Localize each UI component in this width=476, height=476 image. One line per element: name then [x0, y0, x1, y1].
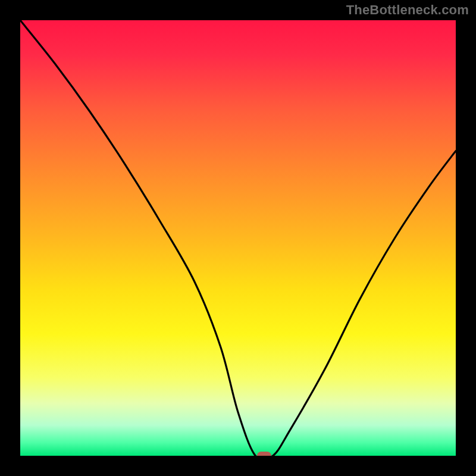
- bottleneck-chart: [20, 20, 456, 456]
- chart-container: TheBottleneck.com: [0, 0, 476, 476]
- optimal-point-marker: [257, 452, 271, 456]
- watermark-text: TheBottleneck.com: [346, 2, 469, 18]
- gradient-background: [20, 20, 456, 456]
- plot-area: [20, 20, 456, 456]
